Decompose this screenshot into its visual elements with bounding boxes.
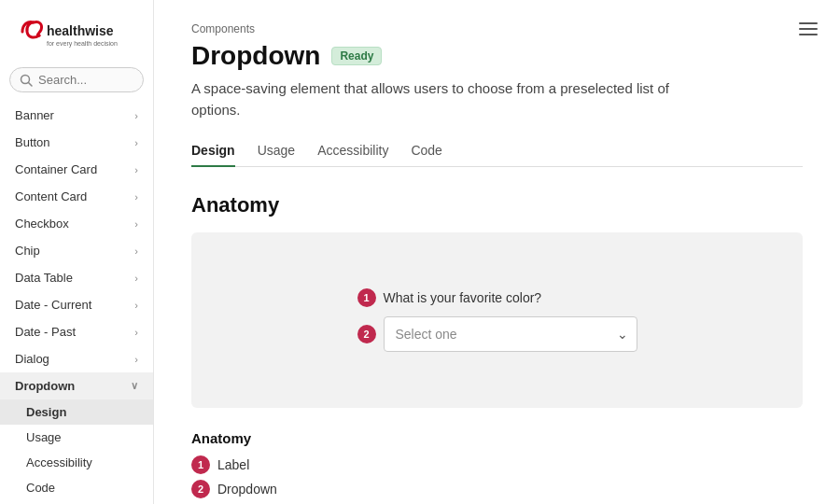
- logo-area: healthwise for every health decision™: [0, 0, 153, 67]
- anatomy-legend-label-2: Dropdown: [217, 482, 277, 497]
- chevron-right-icon: ›: [134, 327, 138, 338]
- hamburger-icon: [799, 34, 818, 35]
- sidebar-item-date-current[interactable]: Date - Current ›: [0, 291, 153, 318]
- chevron-right-icon: ›: [134, 273, 138, 284]
- main-content: Components Dropdown Ready A space-saving…: [154, 0, 840, 504]
- logo-svg: healthwise for every health decision™: [15, 15, 118, 56]
- sidebar-item-dialog[interactable]: Dialog ›: [0, 345, 153, 372]
- chevron-right-icon: ›: [134, 110, 138, 121]
- tab-bar: Design Usage Accessibility Code: [191, 143, 803, 167]
- chevron-right-icon: ›: [134, 245, 138, 257]
- search-box[interactable]: [9, 67, 144, 92]
- logo-container: healthwise for every health decision™: [15, 15, 138, 56]
- anatomy-legend-badge-2: 2: [191, 480, 210, 498]
- svg-text:for every health decision™: for every health decision™: [47, 40, 118, 48]
- page-header: Dropdown Ready: [191, 41, 803, 71]
- svg-text:healthwise: healthwise: [47, 23, 114, 38]
- svg-line-3: [29, 82, 33, 86]
- demo-question-row: 1 What is your favorite color?: [357, 288, 637, 307]
- anatomy-legend-label-1: Label: [217, 457, 249, 472]
- page-description: A space-saving element that allows users…: [191, 78, 714, 120]
- demo-area: 1 What is your favorite color? 2 Select …: [191, 232, 803, 408]
- chevron-right-icon: ›: [134, 164, 138, 175]
- page-title: Dropdown: [191, 41, 320, 71]
- anatomy-item-label: 1 Label: [191, 455, 803, 474]
- color-select[interactable]: Select one: [384, 316, 637, 352]
- status-badge: Ready: [331, 47, 382, 65]
- chevron-right-icon: ›: [134, 218, 138, 230]
- tab-design[interactable]: Design: [191, 143, 235, 167]
- section-title-anatomy: Anatomy: [191, 193, 803, 217]
- sidebar-item-checkbox[interactable]: Checkbox ›: [0, 210, 153, 237]
- chevron-down-icon: ∨: [131, 380, 138, 392]
- sidebar-sub-accessibility[interactable]: Accessibility: [0, 450, 153, 475]
- breadcrumb: Components: [191, 22, 803, 35]
- hamburger-icon: [799, 22, 818, 24]
- search-icon: [20, 74, 33, 87]
- demo-question-label: What is your favorite color?: [384, 290, 542, 305]
- hamburger-menu-button[interactable]: [791, 15, 825, 43]
- tab-accessibility[interactable]: Accessibility: [317, 143, 388, 167]
- tab-code[interactable]: Code: [411, 143, 441, 167]
- anatomy-badge-1: 1: [357, 288, 376, 307]
- anatomy-legend-badge-1: 1: [191, 455, 210, 474]
- sidebar: healthwise for every health decision™ Ba…: [0, 0, 154, 504]
- demo-inner: 1 What is your favorite color? 2 Select …: [357, 288, 637, 352]
- chevron-right-icon: ›: [134, 300, 138, 311]
- sidebar-item-data-table[interactable]: Data Table ›: [0, 264, 153, 291]
- dropdown-wrapper: 2 Select one ⌄: [357, 316, 637, 352]
- sidebar-item-content-card[interactable]: Content Card ›: [0, 183, 153, 210]
- hamburger-icon: [799, 28, 818, 30]
- search-input[interactable]: [38, 73, 133, 87]
- anatomy-legend: Anatomy 1 Label 2 Dropdown: [191, 430, 803, 498]
- sidebar-item-date-past[interactable]: Date - Past ›: [0, 318, 153, 345]
- chevron-right-icon: ›: [134, 191, 138, 203]
- sidebar-sub-code[interactable]: Code: [0, 475, 153, 500]
- chevron-right-icon: ›: [134, 354, 138, 365]
- sidebar-item-button[interactable]: Button ›: [0, 129, 153, 156]
- sidebar-item-footer[interactable]: Footer ›: [0, 500, 153, 504]
- anatomy-badge-2: 2: [357, 325, 376, 343]
- sidebar-item-container-card[interactable]: Container Card ›: [0, 156, 153, 183]
- sidebar-sub-usage[interactable]: Usage: [0, 425, 153, 450]
- anatomy-item-dropdown: 2 Dropdown: [191, 480, 803, 498]
- dropdown-container[interactable]: Select one ⌄: [384, 316, 637, 352]
- chevron-right-icon: ›: [134, 137, 138, 148]
- sidebar-item-dropdown[interactable]: Dropdown ∨: [0, 372, 153, 399]
- anatomy-legend-title: Anatomy: [191, 430, 803, 446]
- sidebar-item-chip[interactable]: Chip ›: [0, 237, 153, 264]
- tab-usage[interactable]: Usage: [258, 143, 295, 167]
- sidebar-item-banner[interactable]: Banner ›: [0, 102, 153, 129]
- sidebar-sub-design[interactable]: Design: [0, 399, 153, 425]
